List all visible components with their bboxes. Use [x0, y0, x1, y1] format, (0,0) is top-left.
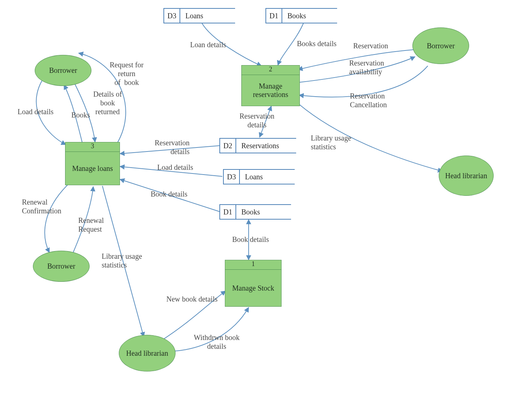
entity-borrower-top-left: Borrower	[35, 55, 91, 86]
label-loan-details-top: Loan details	[190, 40, 226, 49]
process-number: 1	[225, 260, 281, 270]
datastore-name: Reservations	[236, 139, 296, 153]
entity-head-librarian-bottom: Head librarian	[119, 335, 176, 371]
label-renewal-request: Renewal Request	[78, 216, 104, 233]
entity-label: Borrower	[47, 262, 75, 270]
datastore-id: D1	[266, 9, 282, 23]
process-number: 2	[242, 66, 299, 75]
label-reservation-availability: Reservation availability	[349, 59, 384, 76]
datastore-id: D1	[220, 205, 236, 219]
label-books: Books	[71, 111, 90, 119]
datastore-d2-reservations: D2 Reservations	[219, 138, 296, 153]
label-reservation-details-mid: Reservation details	[155, 138, 190, 156]
label-load-details-mid: Load details	[157, 163, 193, 172]
datastore-name: Books	[236, 205, 291, 219]
entity-label: Borrower	[49, 66, 77, 75]
label-withdrawn-book-details: Withdrwn book details	[194, 333, 239, 351]
label-book-details-vert: Book details	[232, 235, 269, 244]
datastore-d3-loans-top: D3 Loans	[163, 8, 235, 23]
label-details-of-book-returned: Details of book returned	[93, 90, 122, 116]
process-manage-stock: 1 Manage Stock	[225, 260, 282, 307]
process-manage-loans: 3 Manage loans	[65, 142, 120, 185]
entity-head-librarian-right: Head librarian	[439, 156, 494, 196]
process-name: Manage Stock	[225, 270, 281, 306]
datastore-d3-loans-mid: D3 Loans	[223, 169, 295, 184]
label-library-usage-right: Library usage statistics	[311, 134, 351, 151]
entity-borrower-bottom-left: Borrower	[33, 251, 90, 282]
label-library-usage-left: Library usage statistics	[102, 252, 142, 269]
label-reservation-details-vert: Reservation details	[239, 112, 275, 129]
label-load-details-left: Load details	[18, 107, 53, 116]
datastore-d1-books-top: D1 Books	[265, 8, 337, 23]
datastore-name: Books	[282, 9, 337, 23]
process-name: Manage loans	[65, 152, 120, 185]
process-number: 3	[65, 142, 120, 152]
label-new-book-details: New book details	[166, 295, 218, 303]
process-name: Manage reservations	[242, 75, 299, 106]
entity-borrower-top-right: Borrower	[412, 27, 469, 64]
datastore-name: Loans	[240, 170, 295, 184]
label-reservation: Reservation	[353, 41, 388, 50]
entity-label: Head librarian	[445, 172, 487, 180]
datastore-id: D3	[164, 9, 180, 23]
datastore-id: D2	[220, 139, 236, 153]
process-manage-reservations: 2 Manage reservations	[241, 65, 300, 106]
label-reservation-cancellation: Reservation Cancellation	[350, 91, 387, 109]
label-request-for-return: Request for return of book	[110, 60, 144, 87]
datastore-id: D3	[224, 170, 240, 184]
label-books-details-top: Books details	[297, 39, 336, 48]
entity-label: Head librarian	[126, 349, 168, 358]
entity-label: Borrower	[427, 42, 455, 50]
label-book-details-mid: Book details	[151, 190, 188, 198]
datastore-name: Loans	[180, 9, 235, 23]
label-renewal-confirmation: Renewal Confirmation	[22, 198, 61, 215]
datastore-d1-books-mid: D1 Books	[219, 204, 291, 220]
